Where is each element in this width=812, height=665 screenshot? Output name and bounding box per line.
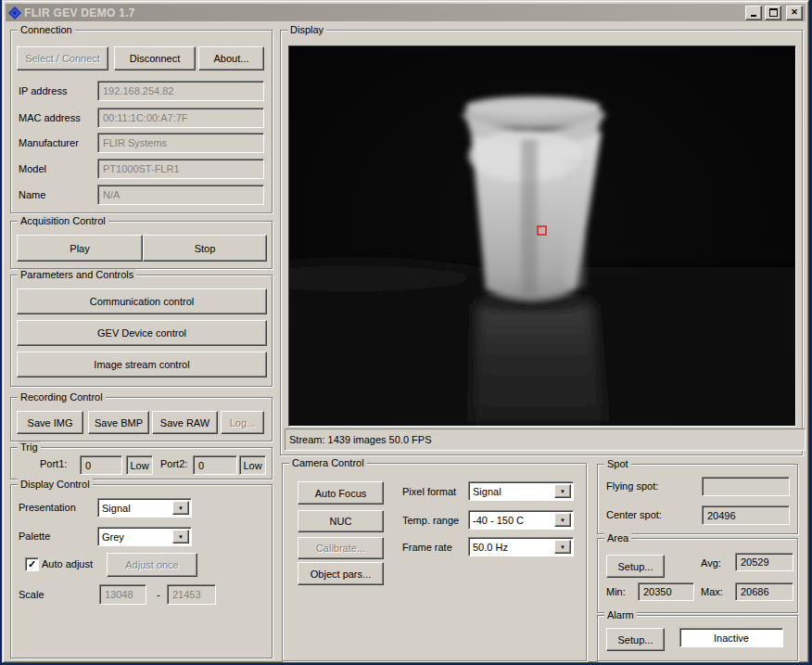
object-pars-button[interactable]: Object pars... [298, 562, 384, 585]
name-field[interactable]: N/A [97, 185, 264, 205]
frame-rate-dropdown-icon[interactable]: ▼ [554, 540, 571, 554]
maximize-button[interactable] [765, 6, 781, 20]
center-spot-label: Center spot: [606, 509, 662, 521]
ip-address-label: IP address [19, 85, 67, 97]
maximize-icon [769, 8, 778, 17]
temp-range-dropdown-icon[interactable]: ▼ [554, 513, 571, 527]
pixel-format-select[interactable]: Signal ▼ [468, 481, 574, 501]
alarm-group: Alarm Setup... Inactive [597, 615, 798, 661]
select-connect-button[interactable]: Select / Connect [17, 46, 108, 70]
palette-dropdown-icon[interactable]: ▼ [172, 530, 189, 544]
port1-state-field: Low [126, 455, 153, 475]
presentation-label: Presentation [19, 502, 76, 514]
stream-statusbar: Stream: 1439 images 50.0 FPS [285, 428, 806, 451]
recording-group: Recording Control Save IMG Save BMP Save… [10, 397, 273, 441]
display-control-group: Display Control Presentation Signal ▼ Pa… [10, 484, 273, 659]
alarm-legend: Alarm [604, 609, 637, 621]
auto-focus-button[interactable]: Auto Focus [298, 481, 384, 505]
max-label: Max: [701, 586, 723, 598]
temp-range-select[interactable]: -40 - 150 C ▼ [468, 510, 574, 530]
connection-group: Connection Select / Connect Disconnect A… [10, 30, 273, 213]
manufacturer-field[interactable]: FLIR Systems [97, 133, 264, 153]
pixel-format-label: Pixel format [402, 486, 456, 498]
pixel-format-dropdown-icon[interactable]: ▼ [554, 484, 571, 498]
play-button[interactable]: Play [17, 235, 143, 262]
alarm-status-field: Inactive [679, 628, 783, 647]
alarm-setup-button[interactable]: Setup... [606, 628, 665, 651]
spot-legend: Spot [604, 458, 631, 470]
image-stream-control-button[interactable]: Image stream control [17, 352, 267, 377]
auto-adjust-label: Auto adjust [42, 558, 93, 570]
frame-rate-select[interactable]: 50.0 Hz ▼ [468, 537, 574, 556]
parameters-legend: Parameters and Controls [18, 269, 136, 281]
adjust-once-button[interactable]: Adjust once [107, 553, 197, 577]
calibrate-button[interactable]: Calibrate... [298, 537, 384, 559]
app-icon[interactable] [8, 6, 21, 19]
scale-min-field[interactable]: 13048 [99, 584, 146, 605]
trig-legend: Trig [18, 441, 41, 454]
recording-legend: Recording Control [18, 391, 106, 403]
presentation-dropdown-icon[interactable]: ▼ [172, 501, 189, 515]
thermal-image[interactable] [288, 45, 796, 427]
minimize-button[interactable] [745, 6, 762, 20]
pixel-format-value: Signal [473, 486, 501, 497]
ip-address-field[interactable]: 192.168.254.82 [97, 81, 264, 101]
mac-address-label: MAC address [19, 112, 81, 124]
avg-field[interactable]: 20529 [735, 553, 793, 571]
presentation-select[interactable]: Signal ▼ [97, 498, 192, 518]
mac-address-field[interactable]: 00:11:1C:00:A7:7F [97, 108, 264, 128]
display-legend: Display [287, 24, 326, 36]
acquisition-group: Acquisition Control Play Stop [10, 221, 273, 269]
area-group: Area Setup... Avg: 20529 Min: 20350 Max:… [597, 538, 798, 613]
name-label: Name [19, 189, 45, 201]
temp-range-value: -40 - 150 C [473, 515, 524, 526]
palette-value: Grey [102, 531, 124, 543]
model-label: Model [19, 163, 46, 175]
thermal-image-canvas [289, 46, 795, 426]
port2-label: Port2: [160, 458, 187, 470]
stream-status-text: Stream: 1439 images 50.0 FPS [289, 434, 431, 445]
avg-label: Avg: [701, 557, 721, 569]
area-setup-button[interactable]: Setup... [606, 555, 665, 578]
window-title: FLIR GEV DEMO 1.7 [24, 6, 742, 19]
log-button[interactable]: Log... [221, 411, 264, 434]
nuc-button[interactable]: NUC [298, 510, 384, 532]
temp-range-label: Temp. range [402, 515, 459, 527]
manufacturer-label: Manufacturer [19, 137, 79, 149]
gev-device-control-button[interactable]: GEV Device control [17, 320, 267, 346]
min-field[interactable]: 20350 [638, 582, 694, 601]
titlebar[interactable]: FLIR GEV DEMO 1.7 ✕ [6, 4, 806, 21]
connection-legend: Connection [18, 24, 75, 36]
disconnect-button[interactable]: Disconnect [114, 46, 196, 70]
save-img-button[interactable]: Save IMG [17, 411, 83, 434]
port1-label: Port1: [40, 458, 67, 470]
communication-control-button[interactable]: Communication control [17, 288, 267, 314]
auto-adjust-checkbox[interactable]: ✓ [25, 557, 39, 571]
center-spot-field[interactable]: 20496 [702, 505, 790, 525]
check-icon: ✓ [28, 559, 36, 569]
save-bmp-button[interactable]: Save BMP [88, 411, 149, 434]
area-legend: Area [604, 532, 631, 544]
flying-spot-field[interactable] [702, 477, 790, 496]
port2-value-field[interactable]: 0 [193, 455, 237, 475]
trig-group: Trig Port1: 0 Low Port2: 0 Low [10, 447, 273, 480]
scale-separator: - [157, 589, 160, 601]
stop-button[interactable]: Stop [143, 235, 267, 262]
max-field[interactable]: 20686 [735, 582, 793, 601]
display-group: Display [280, 30, 803, 455]
min-label: Min: [606, 586, 626, 598]
scale-max-field[interactable]: 21453 [167, 584, 216, 605]
model-field[interactable]: PT1000ST-FLR1 [97, 159, 264, 179]
close-button[interactable]: ✕ [786, 6, 803, 20]
about-button[interactable]: About... [198, 46, 264, 70]
save-raw-button[interactable]: Save RAW [152, 411, 218, 434]
flying-spot-label: Flying spot: [606, 480, 658, 492]
spot-group: Spot Flying spot: Center spot: 20496 [597, 464, 798, 534]
palette-select[interactable]: Grey ▼ [97, 527, 192, 546]
desktop: { "colors": { "desktop": "#0a246a", "win… [0, 0, 812, 665]
close-icon: ✕ [791, 8, 798, 17]
acquisition-legend: Acquisition Control [18, 215, 108, 227]
parameters-group: Parameters and Controls Communication co… [10, 275, 273, 387]
port1-value-field[interactable]: 0 [80, 455, 122, 475]
port2-state-field: Low [239, 455, 266, 475]
